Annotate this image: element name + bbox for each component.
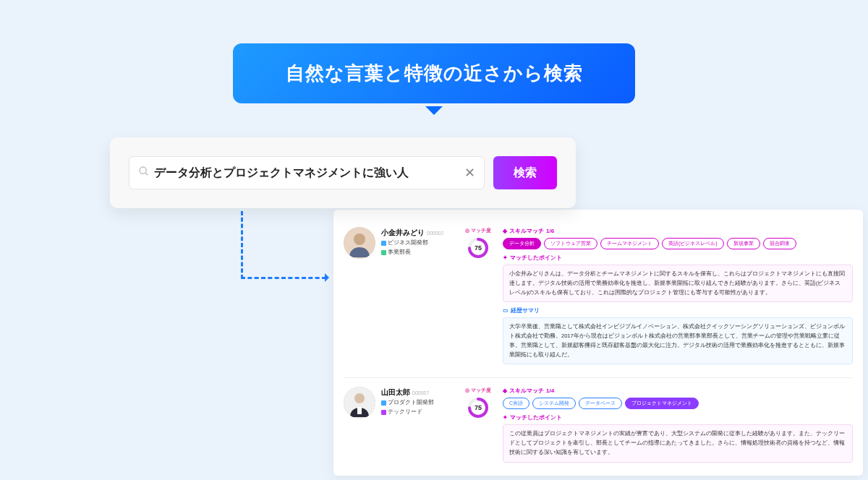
dept-icon bbox=[381, 400, 386, 406]
result-card: 小金井みどり000002 ビジネス開発部 事業部長 ◎マッチ度 75 ◈スキルマ… bbox=[344, 218, 853, 377]
score-value: 75 bbox=[467, 237, 489, 259]
skill-tag[interactable]: ソフトウェア営業 bbox=[544, 238, 597, 249]
matched-points-label: マッチしたポイント bbox=[510, 413, 562, 421]
svg-line-1 bbox=[145, 173, 148, 175]
callout-text: 自然な言葉と特徴の近さから検索 bbox=[286, 62, 583, 84]
results-panel: 小金井みどり000002 ビジネス開発部 事業部長 ◎マッチ度 75 ◈スキルマ… bbox=[333, 210, 863, 476]
result-details: ◈スキルマッチ 1/6 データ分析 ソフトウェア営業 チームマネジメント 英語(… bbox=[503, 227, 853, 369]
tag-icon: ◈ bbox=[503, 387, 507, 394]
career-summary-label: 経歴サマリ bbox=[511, 307, 540, 314]
person-code: 000002 bbox=[427, 231, 443, 236]
matched-points-label: マッチしたポイント bbox=[510, 254, 562, 262]
match-label: マッチ度 bbox=[471, 387, 491, 394]
profile-block: 山田太郎000007 プロダクト開発部 テックリード bbox=[344, 387, 454, 466]
score-ring: 75 bbox=[467, 237, 489, 259]
skill-tag[interactable]: データベース bbox=[579, 398, 622, 409]
skill-tag[interactable]: データ分析 bbox=[503, 238, 541, 249]
tag-icon: ◈ bbox=[503, 228, 507, 234]
search-input[interactable] bbox=[154, 166, 464, 179]
target-icon: ◎ bbox=[465, 228, 469, 233]
match-score-block: ◎マッチ度 75 bbox=[461, 387, 495, 466]
skill-tag[interactable]: C言語 bbox=[503, 398, 529, 409]
svg-point-0 bbox=[140, 167, 146, 173]
person-dept: プロダクト開発部 bbox=[388, 398, 434, 408]
skill-tag[interactable]: システム開発 bbox=[532, 398, 576, 409]
role-icon bbox=[381, 250, 386, 255]
profile-block: 小金井みどり000002 ビジネス開発部 事業部長 bbox=[344, 227, 454, 369]
person-name: 山田太郎 bbox=[381, 388, 410, 396]
search-input-wrap[interactable]: ✕ bbox=[129, 156, 485, 189]
skill-tag[interactable]: 競合調査 bbox=[763, 238, 796, 249]
career-summary-text: 大学卒業後、営業職として株式会社インビジブルイノベーション、株式会社クイックソー… bbox=[503, 317, 853, 364]
spark-icon: ✦ bbox=[503, 254, 508, 261]
person-dept: ビジネス開発部 bbox=[388, 239, 428, 248]
search-panel: ✕ 検索 bbox=[110, 137, 576, 208]
match-score-block: ◎マッチ度 75 bbox=[461, 227, 495, 369]
tag-list: C言語 システム開発 データベース プロジェクトマネジメント bbox=[503, 398, 853, 409]
skill-match-label: スキルマッチ bbox=[509, 387, 544, 395]
role-icon bbox=[381, 410, 386, 415]
person-role: テックリード bbox=[388, 408, 422, 417]
skill-match-label: スキルマッチ bbox=[509, 227, 544, 235]
skill-ratio: 1/4 bbox=[546, 387, 554, 394]
person-name: 小金井みどり bbox=[381, 228, 425, 236]
spark-icon: ✦ bbox=[503, 414, 508, 421]
skill-tag[interactable]: 英語(ビジネスレベル) bbox=[662, 238, 724, 249]
result-details: ◈スキルマッチ 1/4 C言語 システム開発 データベース プロジェクトマネジメ… bbox=[503, 387, 853, 466]
svg-point-3 bbox=[354, 233, 365, 245]
result-card: 山田太郎000007 プロダクト開発部 テックリード ◎マッチ度 75 ◈スキル… bbox=[344, 377, 853, 475]
skill-tag[interactable]: プロジェクトマネジメント bbox=[625, 398, 699, 409]
search-button[interactable]: 検索 bbox=[493, 156, 557, 189]
person-code: 000007 bbox=[412, 390, 429, 395]
svg-point-7 bbox=[354, 393, 365, 403]
clear-icon[interactable]: ✕ bbox=[464, 165, 475, 181]
connector-arrow bbox=[241, 211, 326, 279]
matched-points-text: 小金井みどりさんは、データ分析とチームマネジメントに関するスキルを保有し、これら… bbox=[503, 265, 853, 302]
matched-points-text: この従業員はプロジェクトマネジメントの実績が豊富であり、大型システムの開発に従事… bbox=[503, 424, 853, 462]
person-role: 事業部長 bbox=[388, 248, 411, 257]
score-ring: 75 bbox=[467, 397, 489, 419]
target-icon: ◎ bbox=[465, 387, 469, 393]
avatar bbox=[344, 387, 375, 419]
skill-ratio: 1/6 bbox=[546, 228, 554, 234]
tag-list: データ分析 ソフトウェア営業 チームマネジメント 英語(ビジネスレベル) 新規事… bbox=[503, 238, 853, 249]
match-label: マッチ度 bbox=[471, 227, 491, 234]
score-value: 75 bbox=[467, 397, 489, 419]
dept-icon bbox=[381, 241, 386, 246]
feature-callout: 自然な言葉と特徴の近さから検索 bbox=[233, 43, 635, 103]
skill-tag[interactable]: チームマネジメント bbox=[600, 238, 659, 249]
doc-icon: ▭ bbox=[503, 307, 509, 314]
search-icon bbox=[138, 166, 150, 180]
svg-rect-8 bbox=[357, 407, 362, 414]
skill-tag[interactable]: 新規事業 bbox=[727, 238, 760, 249]
avatar bbox=[344, 227, 375, 259]
